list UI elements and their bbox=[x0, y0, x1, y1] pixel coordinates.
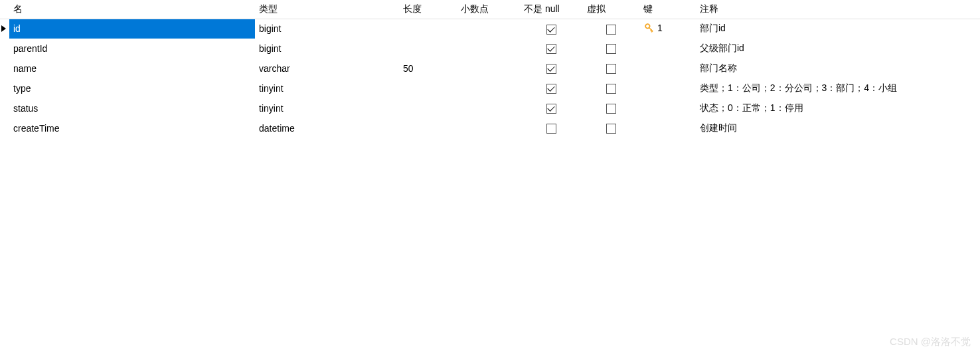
notnull-checkbox[interactable] bbox=[546, 104, 556, 114]
cell-comment[interactable]: 部门id bbox=[696, 19, 980, 39]
cell-name[interactable]: createTime bbox=[9, 118, 255, 138]
table-row[interactable]: typetinyint类型；1：公司；2：分公司；3：部门；4：小组 bbox=[0, 78, 980, 98]
cell-type[interactable]: varchar bbox=[255, 59, 399, 78]
virtual-checkbox[interactable] bbox=[606, 64, 616, 74]
header-type[interactable]: 类型 bbox=[255, 0, 399, 19]
cell-type[interactable]: datetime bbox=[255, 118, 399, 138]
cell-virtual[interactable] bbox=[583, 98, 639, 118]
cell-key[interactable] bbox=[639, 39, 696, 59]
cell-comment[interactable]: 类型；1：公司；2：分公司；3：部门；4：小组 bbox=[696, 78, 980, 98]
cell-notnull[interactable] bbox=[520, 59, 583, 78]
cell-type[interactable]: bigint bbox=[255, 19, 399, 39]
virtual-checkbox[interactable] bbox=[606, 44, 616, 54]
cell-type[interactable]: tinyint bbox=[255, 98, 399, 118]
cell-length[interactable] bbox=[399, 98, 457, 118]
cell-comment[interactable]: 父级部门id bbox=[696, 39, 980, 59]
primary-key-indicator: 1 bbox=[643, 22, 663, 34]
cell-type[interactable]: bigint bbox=[255, 39, 399, 59]
cell-length[interactable]: 50 bbox=[399, 59, 457, 78]
cell-comment[interactable]: 状态；0：正常；1：停用 bbox=[696, 98, 980, 118]
cell-name[interactable]: name bbox=[9, 59, 255, 78]
cell-type[interactable]: tinyint bbox=[255, 78, 399, 98]
cell-key[interactable] bbox=[639, 118, 696, 138]
fields-table[interactable]: 名 类型 长度 小数点 不是 null 虚拟 键 注释 idbigint 1部门… bbox=[0, 0, 980, 138]
cell-key[interactable] bbox=[639, 98, 696, 118]
row-indicator-cell bbox=[0, 78, 9, 98]
cell-name[interactable]: parentId bbox=[9, 39, 255, 59]
cell-virtual[interactable] bbox=[583, 118, 639, 138]
cell-notnull[interactable] bbox=[520, 19, 583, 39]
cell-notnull[interactable] bbox=[520, 118, 583, 138]
cell-key[interactable] bbox=[639, 78, 696, 98]
cell-notnull[interactable] bbox=[520, 39, 583, 59]
notnull-checkbox[interactable] bbox=[546, 44, 556, 54]
row-indicator-cell bbox=[0, 19, 9, 39]
notnull-checkbox[interactable] bbox=[546, 84, 556, 94]
virtual-checkbox[interactable] bbox=[606, 124, 616, 134]
cell-decimal[interactable] bbox=[457, 78, 520, 98]
row-indicator-cell bbox=[0, 118, 9, 138]
header-key[interactable]: 键 bbox=[639, 0, 696, 19]
cell-notnull[interactable] bbox=[520, 98, 583, 118]
header-notnull[interactable]: 不是 null bbox=[520, 0, 583, 19]
cell-decimal[interactable] bbox=[457, 59, 520, 78]
cell-name[interactable]: status bbox=[9, 98, 255, 118]
row-indicator-cell bbox=[0, 98, 9, 118]
cell-virtual[interactable] bbox=[583, 59, 639, 78]
cell-decimal[interactable] bbox=[457, 19, 520, 39]
header-name[interactable]: 名 bbox=[9, 0, 255, 19]
cell-length[interactable] bbox=[399, 19, 457, 39]
virtual-checkbox[interactable] bbox=[606, 104, 616, 114]
cell-decimal[interactable] bbox=[457, 98, 520, 118]
table-header-row: 名 类型 长度 小数点 不是 null 虚拟 键 注释 bbox=[0, 0, 980, 19]
table-row[interactable]: namevarchar50部门名称 bbox=[0, 59, 980, 78]
row-indicator-cell bbox=[0, 39, 9, 59]
cell-comment[interactable]: 创建时间 bbox=[696, 118, 980, 138]
current-row-indicator-icon bbox=[1, 25, 6, 32]
notnull-checkbox[interactable] bbox=[546, 64, 556, 74]
cell-notnull[interactable] bbox=[520, 78, 583, 98]
header-virtual[interactable]: 虚拟 bbox=[583, 0, 639, 19]
cell-name[interactable]: id bbox=[9, 19, 255, 39]
notnull-checkbox[interactable] bbox=[546, 25, 556, 35]
header-comment[interactable]: 注释 bbox=[696, 0, 980, 19]
cell-virtual[interactable] bbox=[583, 19, 639, 39]
table-row[interactable]: createTimedatetime创建时间 bbox=[0, 118, 980, 138]
table-row[interactable]: statustinyint状态；0：正常；1：停用 bbox=[0, 98, 980, 118]
cell-key[interactable] bbox=[639, 59, 696, 78]
key-number: 1 bbox=[657, 23, 663, 33]
cell-length[interactable] bbox=[399, 118, 457, 138]
cell-length[interactable] bbox=[399, 39, 457, 59]
header-length[interactable]: 长度 bbox=[399, 0, 457, 19]
notnull-checkbox[interactable] bbox=[546, 124, 556, 134]
table-row[interactable]: idbigint 1部门id bbox=[0, 19, 980, 39]
cell-virtual[interactable] bbox=[583, 78, 639, 98]
cell-comment[interactable]: 部门名称 bbox=[696, 59, 980, 78]
cell-decimal[interactable] bbox=[457, 118, 520, 138]
cell-length[interactable] bbox=[399, 78, 457, 98]
virtual-checkbox[interactable] bbox=[606, 84, 616, 94]
cell-key[interactable]: 1 bbox=[639, 19, 696, 39]
row-indicator-cell bbox=[0, 59, 9, 78]
cell-virtual[interactable] bbox=[583, 39, 639, 59]
header-decimal[interactable]: 小数点 bbox=[457, 0, 520, 19]
virtual-checkbox[interactable] bbox=[606, 25, 616, 35]
cell-name[interactable]: type bbox=[9, 78, 255, 98]
watermark-text: CSDN @洛洛不觉 bbox=[890, 336, 971, 348]
table-row[interactable]: parentIdbigint父级部门id bbox=[0, 39, 980, 59]
cell-decimal[interactable] bbox=[457, 39, 520, 59]
key-icon bbox=[643, 22, 655, 34]
